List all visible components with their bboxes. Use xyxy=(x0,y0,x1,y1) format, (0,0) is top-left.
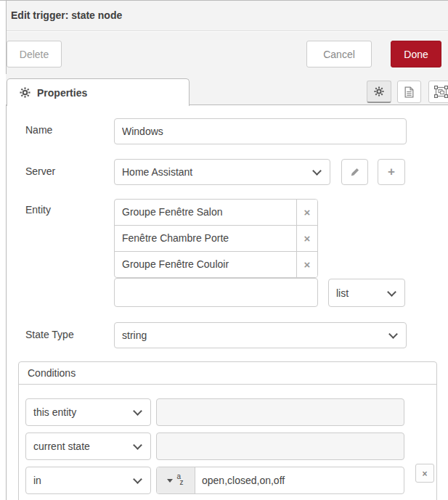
condition-value-input-disabled xyxy=(156,433,404,460)
chevron-down-icon xyxy=(133,475,142,484)
condition-property-select[interactable]: this entity xyxy=(25,398,151,426)
condition-property-value: this entity xyxy=(33,406,76,418)
tab-properties[interactable]: Properties xyxy=(7,78,190,106)
remove-entity-button[interactable]: × xyxy=(296,226,317,251)
server-select[interactable]: Home Assistant xyxy=(114,159,330,185)
appearance-tab-button[interactable] xyxy=(428,81,448,103)
server-label: Server xyxy=(25,165,55,177)
chevron-down-icon xyxy=(133,440,142,450)
entity-list-item[interactable]: Groupe Fenêtre Salon × xyxy=(115,200,317,226)
edit-server-button[interactable] xyxy=(341,159,368,185)
dialog-toolbar xyxy=(7,32,448,74)
properties-tab-button[interactable] xyxy=(367,81,391,103)
done-button[interactable]: Done xyxy=(391,41,441,67)
entity-item-value[interactable]: Fenêtre Chambre Porte xyxy=(115,226,296,251)
name-input[interactable] xyxy=(114,118,407,144)
tab-properties-label: Properties xyxy=(37,87,87,99)
chevron-down-icon xyxy=(312,166,322,176)
entity-mode-select[interactable]: list xyxy=(328,279,405,307)
remove-entity-button[interactable]: × xyxy=(296,252,317,277)
dialog-header: Edit trigger: state node xyxy=(7,1,448,31)
description-tab-button[interactable] xyxy=(397,81,421,103)
document-icon xyxy=(404,86,414,98)
entity-list-item[interactable]: Groupe Fenêtre Couloir × xyxy=(115,252,317,277)
appearance-icon xyxy=(434,86,448,98)
plus-icon: + xyxy=(388,165,395,179)
condition-row: in az open,closed,on,off xyxy=(25,467,436,494)
name-label: Name xyxy=(25,124,52,136)
chevron-down-icon xyxy=(133,406,142,416)
chevron-down-icon xyxy=(388,329,398,339)
conditions-body: this entity current state in xyxy=(19,385,436,494)
entity-item-value[interactable]: Groupe Fenêtre Salon xyxy=(115,200,296,225)
conditions-section: Conditions this entity current state in xyxy=(18,361,437,500)
entity-list-item[interactable]: Fenêtre Chambre Porte × xyxy=(115,226,317,252)
entity-list: Groupe Fenêtre Salon × Fenêtre Chambre P… xyxy=(114,199,318,278)
add-server-button[interactable]: + xyxy=(378,159,405,185)
entity-mode-value: list xyxy=(336,287,349,299)
conditions-header: Conditions xyxy=(19,362,436,385)
edit-trigger-dialog: Edit trigger: state node Delete Cancel D… xyxy=(0,0,448,500)
remove-entity-button[interactable]: × xyxy=(296,200,317,225)
condition-property-value: current state xyxy=(33,440,90,452)
gear-icon xyxy=(374,86,384,97)
condition-property-select[interactable]: in xyxy=(25,467,151,494)
entity-label: Entity xyxy=(25,204,51,216)
chevron-down-icon xyxy=(387,287,396,297)
sort-az-icon: az xyxy=(177,474,185,487)
state-type-select[interactable]: string xyxy=(114,322,407,348)
cancel-button[interactable]: Cancel xyxy=(306,41,372,67)
pencil-icon xyxy=(350,167,360,177)
state-type-label: State Type xyxy=(25,329,74,340)
condition-property-select[interactable]: current state xyxy=(25,433,151,460)
condition-value-input[interactable]: open,closed,on,off xyxy=(195,467,404,493)
typed-input-type-button[interactable]: az xyxy=(157,467,195,493)
dialog-title: Edit trigger: state node xyxy=(11,9,122,21)
condition-value-input-disabled xyxy=(156,398,404,426)
condition-row: this entity xyxy=(25,398,436,426)
gear-icon xyxy=(20,87,30,98)
condition-row: current state xyxy=(25,433,436,460)
state-type-value: string xyxy=(122,329,147,341)
remove-condition-button[interactable]: × xyxy=(415,464,434,483)
delete-button[interactable]: Delete xyxy=(7,41,62,67)
caret-down-icon xyxy=(167,479,173,483)
server-select-value: Home Assistant xyxy=(122,166,192,178)
condition-typed-input: az open,closed,on,off xyxy=(156,467,404,494)
condition-property-value: in xyxy=(33,475,41,486)
entity-item-value[interactable]: Groupe Fenêtre Couloir xyxy=(115,252,296,277)
entity-new-input[interactable] xyxy=(114,278,318,307)
